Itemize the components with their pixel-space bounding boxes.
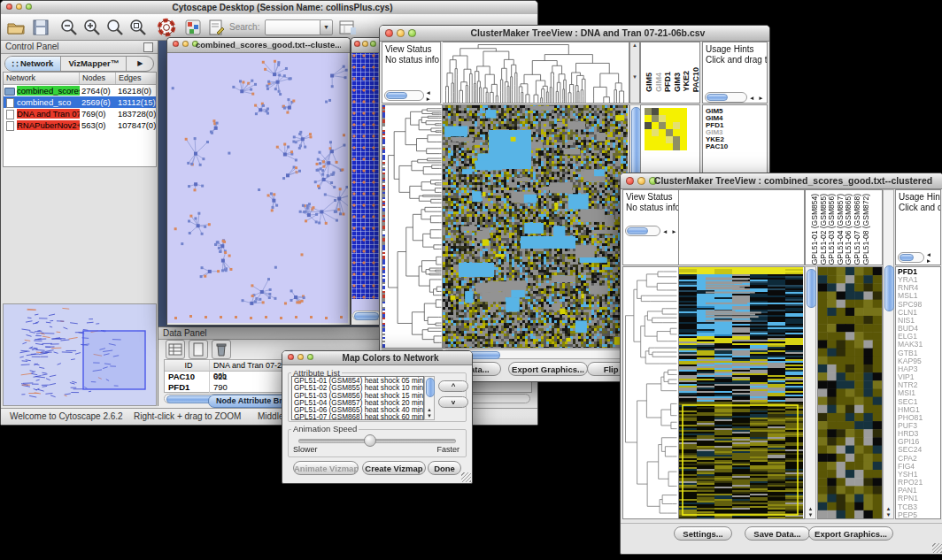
resize-grip[interactable] — [461, 472, 471, 482]
zoom-selected-region-icon[interactable] — [128, 18, 148, 37]
float-panel-icon[interactable] — [143, 42, 153, 52]
tv1-row-dendrogram[interactable] — [382, 104, 443, 349]
column-label[interactable]: YKE2 — [682, 71, 691, 92]
tab-vizmapper[interactable]: VizMapper™ — [60, 57, 126, 71]
column-label[interactable]: GIM3 — [673, 73, 683, 92]
matrix-cell[interactable] — [680, 136, 687, 143]
tv2-zoom-heatmap[interactable] — [817, 266, 883, 519]
id-column-header[interactable]: ID — [165, 360, 210, 371]
tv1-global-heatmap[interactable] — [443, 104, 629, 349]
matrix-cell[interactable] — [673, 143, 680, 150]
attribute-list-item[interactable]: GPL51-07 (GSM868) heat shock 60 min — [294, 414, 423, 420]
resize-grip[interactable] — [932, 543, 942, 553]
col-nodes[interactable]: Nodes — [80, 73, 116, 84]
matrix-cell[interactable] — [673, 129, 680, 136]
matrix-cell[interactable] — [680, 129, 687, 136]
tv1-column-scroll-strip[interactable]: ▲▼ — [629, 42, 640, 104]
matrix-cell[interactable] — [645, 136, 652, 143]
move-down-button[interactable]: v — [438, 396, 468, 408]
zoom-out-icon[interactable] — [59, 18, 79, 37]
speed-slider-track[interactable] — [298, 439, 456, 443]
tab-network[interactable]: ⸬ Network — [5, 57, 60, 71]
tv2-row-dendrogram[interactable] — [622, 266, 679, 519]
create-vizmap-button[interactable]: Create Vizmap — [362, 461, 426, 475]
dialog-title-bar[interactable]: Map Colors to Network — [282, 351, 472, 365]
close-button[interactable] — [6, 4, 12, 10]
matrix-cell[interactable] — [659, 115, 666, 122]
search-input[interactable] — [265, 19, 321, 35]
matrix-cell[interactable] — [666, 129, 673, 136]
tv2-global-heatmap[interactable] — [679, 266, 805, 519]
help-lifesaver-icon[interactable] — [157, 18, 176, 37]
network-canvas[interactable] — [167, 53, 348, 323]
move-up-button[interactable]: ^ — [438, 380, 468, 392]
view-status-scrollbar[interactable]: ◄ ► — [625, 226, 678, 236]
network-view-title-bar[interactable]: combined_scores_good.txt--cluste... — [167, 38, 350, 53]
save-icon[interactable] — [31, 18, 50, 37]
matrix-cell[interactable] — [645, 122, 652, 129]
attribute-select-icon[interactable] — [166, 340, 185, 359]
matrix-cell[interactable] — [659, 122, 666, 129]
vizmap-nodes-icon[interactable] — [183, 18, 203, 37]
zoom-button[interactable] — [370, 41, 376, 47]
tv2-column-dendrogram[interactable] — [679, 189, 805, 265]
close-button[interactable] — [626, 177, 634, 185]
matrix-cell[interactable] — [680, 143, 687, 150]
column-label[interactable]: GIM4 — [654, 73, 664, 92]
annotation-icon[interactable] — [206, 18, 226, 37]
matrix-cell[interactable] — [652, 129, 659, 136]
zoom-fit-icon[interactable] — [105, 18, 125, 37]
tv2-global-vscrollbar[interactable]: ▲▼ — [805, 266, 816, 519]
close-button[interactable] — [354, 41, 360, 47]
col-edges[interactable]: Edges — [116, 73, 156, 84]
network-table-row[interactable]: DNA and Tran 07769(0)183728(0) — [4, 108, 156, 119]
tabs-more-button[interactable]: ▶ — [126, 57, 153, 71]
tv2-labels-vscrollbar[interactable]: ▲▼ — [883, 189, 894, 519]
matrix-cell[interactable] — [666, 136, 673, 143]
matrix-cell[interactable] — [652, 122, 659, 129]
treeview2-title-bar[interactable]: ClusterMaker TreeView : combined_scores_… — [621, 173, 942, 189]
matrix-cell[interactable] — [652, 108, 659, 115]
new-attribute-icon[interactable] — [189, 340, 208, 359]
matrix-cell[interactable] — [666, 108, 673, 115]
matrix-cell[interactable] — [673, 122, 680, 129]
attribute-list-scrollbar[interactable]: ▲▼ — [424, 376, 435, 420]
matrix-cell[interactable] — [673, 108, 680, 115]
zoom-button[interactable] — [307, 354, 313, 360]
column-label[interactable]: GPL51-08 (GSM872) — [862, 194, 871, 265]
dense-network-canvas[interactable] — [351, 53, 382, 307]
close-button[interactable] — [385, 29, 393, 37]
matrix-cell[interactable] — [659, 108, 666, 115]
minimize-button[interactable] — [16, 4, 22, 10]
usage-hints-scrollbar[interactable]: ◄ ► — [898, 252, 940, 263]
treeview1-title-bar[interactable]: ClusterMaker TreeView : DNA and Tran 07-… — [380, 26, 769, 42]
matrix-cell[interactable] — [680, 108, 687, 115]
matrix-cell[interactable] — [666, 122, 673, 129]
matrix-cell[interactable] — [652, 115, 659, 122]
search-dropdown-arrow[interactable]: ▼ — [320, 19, 333, 35]
matrix-cell[interactable] — [645, 143, 652, 150]
save-data--button[interactable]: Save Data... — [745, 526, 810, 541]
minimize-button[interactable] — [182, 41, 189, 47]
index-table-icon[interactable] — [337, 18, 357, 37]
main-title-bar[interactable]: Cytoscape Desktop (Session Name: collins… — [1, 1, 537, 15]
speed-slider-thumb[interactable] — [364, 434, 376, 447]
matrix-cell[interactable] — [680, 115, 687, 122]
minimize-button[interactable] — [297, 354, 304, 360]
usage-hints-scrollbar[interactable]: ◄ ► — [705, 92, 765, 103]
matrix-cell[interactable] — [645, 129, 652, 136]
matrix-cell[interactable] — [659, 129, 666, 136]
matrix-cell[interactable] — [666, 115, 673, 122]
column-label[interactable]: PAC10 — [691, 67, 701, 92]
view-status-scrollbar[interactable]: ◄ ► — [384, 90, 440, 101]
open-folder-icon[interactable] — [6, 18, 26, 37]
minimize-button[interactable] — [637, 177, 645, 185]
matrix-cell[interactable] — [659, 136, 666, 143]
matrix-cell[interactable] — [666, 143, 673, 150]
tv1-similarity-matrix[interactable] — [645, 108, 687, 150]
export-graphics--button[interactable]: Export Graphics... — [808, 526, 893, 541]
delete-attribute-icon[interactable] — [212, 340, 231, 359]
close-button[interactable] — [173, 41, 179, 47]
matrix-cell[interactable] — [652, 143, 659, 150]
network-table-row[interactable]: combined_sco2569(6)13112(15) — [4, 96, 156, 108]
